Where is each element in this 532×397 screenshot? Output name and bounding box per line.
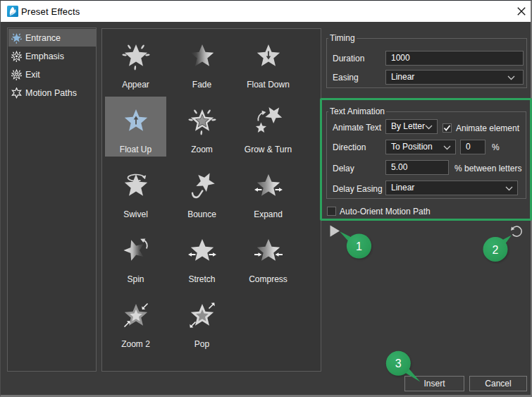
svg-text:1: 1: [356, 240, 362, 252]
svg-text:2: 2: [493, 244, 499, 256]
svg-text:3: 3: [395, 358, 402, 369]
